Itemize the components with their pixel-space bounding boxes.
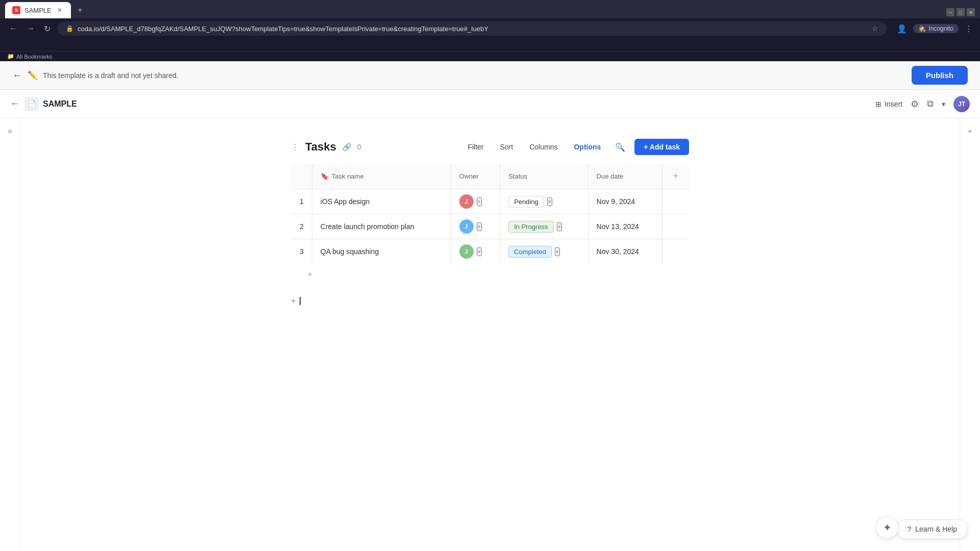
ai-icon: ✦ xyxy=(883,521,892,534)
tab-close-button[interactable]: ✕ xyxy=(56,6,64,14)
new-tab-button[interactable]: + xyxy=(73,3,87,17)
options-button[interactable]: Options xyxy=(569,140,606,154)
right-panel-toggle: « xyxy=(960,118,980,551)
owner-cell: J ▾ xyxy=(451,214,500,239)
pencil-icon: ✏️ xyxy=(28,70,38,80)
owner-avatar: J xyxy=(459,194,474,209)
status-dropdown-button[interactable]: ▾ xyxy=(557,222,562,231)
restore-button[interactable]: □ xyxy=(957,8,965,16)
add-section-button[interactable]: + xyxy=(291,296,296,306)
task-name-text: Create launch promotion plan xyxy=(321,222,414,231)
owner-dropdown-button[interactable]: ▾ xyxy=(477,247,482,256)
th-owner: Owner xyxy=(451,164,500,189)
link-icon: 🔗 xyxy=(342,143,351,151)
sidebar-toggle-panel: » xyxy=(0,118,20,551)
add-column-button[interactable]: + xyxy=(671,169,680,184)
link-count: 0 xyxy=(357,143,361,151)
extra-cell xyxy=(663,189,689,214)
doc-back-button[interactable]: ← xyxy=(10,98,19,109)
due-date-cell: Nov 30, 2024 xyxy=(588,239,663,264)
publish-button[interactable]: Publish xyxy=(912,66,968,85)
status-cell: Pending ▾ xyxy=(500,189,588,214)
minimize-button[interactable]: ─ xyxy=(946,8,954,16)
incognito-label: Incognito xyxy=(928,25,953,32)
owner-dropdown-button[interactable]: ▾ xyxy=(477,222,482,231)
bookmark-star-icon: ☆ xyxy=(872,24,878,33)
task-name-text: QA bug squashing xyxy=(321,247,379,256)
th-status: Status xyxy=(500,164,588,189)
row-number: 3 xyxy=(291,239,312,264)
content-area: ⋮ Tasks 🔗 0 Filter Sort Columns Options … xyxy=(20,118,960,551)
table-row: 3 QA bug squashing J ▾ Completed ▾ Nov 3… xyxy=(291,239,689,264)
browser-chrome: S SAMPLE ✕ + ─ □ ✕ ← → ↻ 🔒 coda.io/d/SAM… xyxy=(0,0,980,51)
table-menu-button[interactable]: ⋮ xyxy=(291,142,299,152)
search-button[interactable]: 🔍 xyxy=(612,139,628,155)
forward-button[interactable]: → xyxy=(24,22,37,35)
table-header: 🔖 Task name Owner Status Due date + xyxy=(291,164,689,189)
extra-cell xyxy=(663,214,689,239)
task-name-cell: iOS App design xyxy=(312,189,451,214)
table-header-row: ⋮ Tasks 🔗 0 Filter Sort Columns Options … xyxy=(291,139,689,155)
ai-button[interactable]: ✦ xyxy=(876,516,898,539)
table-row: 2 Create launch promotion plan J ▾ In Pr… xyxy=(291,214,689,239)
template-banner: ← ✏️ This template is a draft and not ye… xyxy=(0,61,980,90)
bookmarks-bar: 📁 All Bookmarks xyxy=(0,51,980,61)
back-button[interactable]: ← xyxy=(7,22,19,35)
task-name-cell: QA bug squashing xyxy=(312,239,451,264)
chevron-down-button[interactable]: ▾ xyxy=(942,100,945,108)
settings-button[interactable]: ⚙ xyxy=(911,98,919,110)
right-toggle-button[interactable]: « xyxy=(968,127,972,135)
help-button[interactable]: ? Learn & Help xyxy=(896,519,968,539)
add-section-row: + xyxy=(291,296,689,306)
browser-right-controls: 👤 🕵 Incognito ⋮ xyxy=(897,24,973,34)
bookmark-icon: 🔖 xyxy=(321,172,329,180)
tab-favicon: S xyxy=(12,6,20,14)
sidebar-toggle-button[interactable]: » xyxy=(8,127,12,136)
refresh-button[interactable]: ↻ xyxy=(42,22,53,36)
address-bar-row: ← → ↻ 🔒 coda.io/d/SAMPLE_d78bgfqZAKd/SAM… xyxy=(0,18,980,39)
table-container: ⋮ Tasks 🔗 0 Filter Sort Columns Options … xyxy=(291,139,689,306)
th-due-date: Due date xyxy=(588,164,663,189)
owner-avatar: J xyxy=(459,219,474,234)
table-title: Tasks xyxy=(305,140,336,154)
row-number: 2 xyxy=(291,214,312,239)
sort-button[interactable]: Sort xyxy=(495,140,519,154)
tasks-table: 🔖 Task name Owner Status Due date + xyxy=(291,163,689,264)
status-cell: Completed ▾ xyxy=(500,239,588,264)
add-row-button[interactable]: + xyxy=(299,265,321,284)
grid-icon: ⊞ xyxy=(875,100,881,108)
incognito-badge: 🕵 Incognito xyxy=(913,24,959,33)
status-dropdown-button[interactable]: ▾ xyxy=(555,247,560,256)
address-bar[interactable]: 🔒 coda.io/d/SAMPLE_d78bgfqZAKd/SAMPLE_su… xyxy=(58,21,887,36)
status-cell: In Progress ▾ xyxy=(500,214,588,239)
table-row: 1 iOS App design J ▾ Pending ▾ Nov 9, 20… xyxy=(291,189,689,214)
text-cursor xyxy=(300,297,301,305)
help-label: Learn & Help xyxy=(915,525,957,533)
add-task-button[interactable]: + Add task xyxy=(634,139,689,155)
columns-button[interactable]: Columns xyxy=(524,140,562,154)
profile-icon-button[interactable]: 👤 xyxy=(897,24,907,34)
owner-dropdown-button[interactable]: ▾ xyxy=(477,197,482,206)
task-name-text: iOS App design xyxy=(321,197,370,206)
tab-title: SAMPLE xyxy=(24,7,52,14)
status-dropdown-button[interactable]: ▾ xyxy=(547,197,552,206)
th-task-name: 🔖 Task name xyxy=(312,164,451,189)
row-number: 1 xyxy=(291,189,312,214)
filter-button[interactable]: Filter xyxy=(462,140,488,154)
insert-button[interactable]: ⊞ Insert xyxy=(875,100,902,108)
owner-avatar: J xyxy=(459,244,474,259)
banner-back-button[interactable]: ← xyxy=(12,69,22,81)
close-button[interactable]: ✕ xyxy=(967,8,975,16)
banner-text: This template is a draft and not yet sha… xyxy=(43,71,912,80)
status-badge: Pending xyxy=(508,196,544,208)
doc-header: ← 📄 SAMPLE ⊞ Insert ⚙ ⧉ ▾ JT xyxy=(0,90,980,118)
doc-title: SAMPLE xyxy=(43,99,875,109)
th-add-col: + xyxy=(663,164,689,189)
th-row-num xyxy=(291,164,312,189)
active-tab: S SAMPLE ✕ xyxy=(5,2,71,18)
avatar[interactable]: JT xyxy=(953,96,970,112)
main-layout: » ⋮ Tasks 🔗 0 Filter Sort Columns Option… xyxy=(0,118,980,551)
share-button[interactable]: ⧉ xyxy=(927,98,934,109)
extensions-button[interactable]: ⋮ xyxy=(965,24,973,34)
doc-icon: 📄 xyxy=(24,97,39,111)
